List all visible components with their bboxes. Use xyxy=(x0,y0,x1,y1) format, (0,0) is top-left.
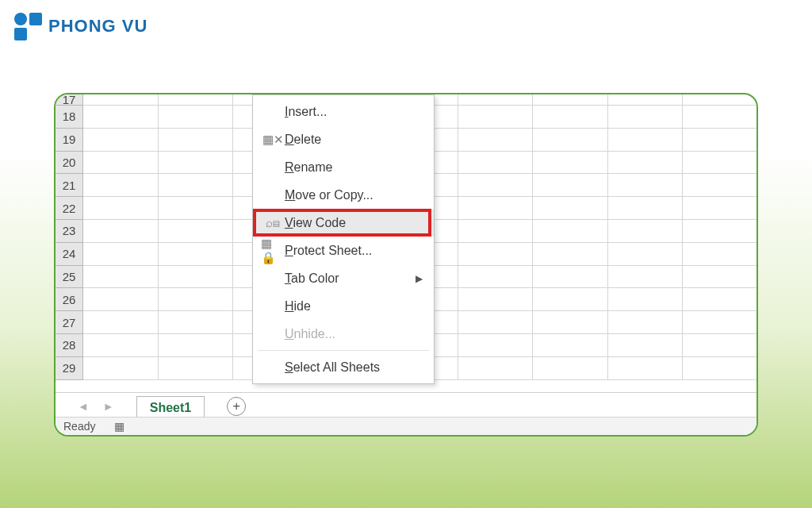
cell[interactable] xyxy=(458,197,534,220)
cell[interactable] xyxy=(608,266,684,289)
cell[interactable] xyxy=(159,152,234,175)
cell[interactable] xyxy=(83,197,159,220)
cell[interactable] xyxy=(683,197,756,220)
menu-tab-color[interactable]: Tab Color ▶ xyxy=(253,264,434,292)
menu-select-all-sheets[interactable]: Select All Sheets xyxy=(253,353,434,381)
row-header[interactable]: 17 xyxy=(56,94,83,106)
cell[interactable] xyxy=(683,334,756,357)
cell[interactable] xyxy=(159,220,234,243)
cell[interactable] xyxy=(458,174,534,197)
cell[interactable] xyxy=(458,220,534,243)
cell[interactable] xyxy=(608,243,684,266)
menu-insert[interactable]: Insert... xyxy=(253,98,434,125)
cell[interactable] xyxy=(683,311,756,334)
cell[interactable] xyxy=(159,106,234,129)
cell[interactable] xyxy=(683,243,756,266)
cell[interactable] xyxy=(608,152,684,175)
row-header[interactable]: 29 xyxy=(56,357,83,380)
cell[interactable] xyxy=(533,243,608,266)
cell[interactable] xyxy=(533,334,608,357)
menu-protect-sheet[interactable]: ▦🔒 Protect Sheet... xyxy=(253,237,434,264)
cell[interactable] xyxy=(683,129,756,152)
cell[interactable] xyxy=(159,174,234,197)
cell[interactable] xyxy=(683,266,756,289)
row-header[interactable]: 25 xyxy=(56,266,83,289)
row-header[interactable]: 26 xyxy=(56,288,83,311)
cell[interactable] xyxy=(458,357,534,380)
cell[interactable] xyxy=(83,266,159,289)
cell[interactable] xyxy=(458,288,534,311)
cell[interactable] xyxy=(608,129,684,152)
cell[interactable] xyxy=(533,106,608,129)
row-header[interactable]: 28 xyxy=(56,334,83,357)
cell[interactable] xyxy=(683,152,756,175)
menu-view-code[interactable]: ⌕▤ View Code xyxy=(253,209,434,237)
cell[interactable] xyxy=(608,106,684,129)
cell[interactable] xyxy=(608,197,684,220)
cell[interactable] xyxy=(683,94,756,106)
row-header[interactable]: 20 xyxy=(56,152,83,175)
cell[interactable] xyxy=(533,129,608,152)
row-header[interactable]: 19 xyxy=(56,129,83,152)
row-header[interactable]: 23 xyxy=(56,220,83,243)
cell[interactable] xyxy=(533,197,608,220)
cell[interactable] xyxy=(608,357,684,380)
cell[interactable] xyxy=(683,220,756,243)
cell[interactable] xyxy=(533,357,608,380)
cell[interactable] xyxy=(83,106,159,129)
cell[interactable] xyxy=(458,266,534,289)
menu-rename[interactable]: Rename xyxy=(253,153,434,181)
row-header[interactable]: 21 xyxy=(56,174,83,197)
cell[interactable] xyxy=(83,129,159,152)
cell[interactable] xyxy=(608,220,684,243)
cell[interactable] xyxy=(83,288,159,311)
cell[interactable] xyxy=(608,334,684,357)
cell[interactable] xyxy=(83,94,159,106)
cell[interactable] xyxy=(533,220,608,243)
cell[interactable] xyxy=(683,357,756,380)
cell[interactable] xyxy=(83,152,159,175)
cell[interactable] xyxy=(533,311,608,334)
macro-record-icon[interactable]: ▦ xyxy=(114,420,124,433)
cell[interactable] xyxy=(159,129,234,152)
cell[interactable] xyxy=(159,311,234,334)
cell[interactable] xyxy=(608,174,684,197)
cell[interactable] xyxy=(533,174,608,197)
cell[interactable] xyxy=(683,106,756,129)
row-header[interactable]: 24 xyxy=(56,243,83,266)
cell[interactable] xyxy=(159,94,234,106)
next-sheet-button[interactable]: ► xyxy=(103,400,114,413)
row-header[interactable]: 27 xyxy=(56,311,83,334)
cell[interactable] xyxy=(683,288,756,311)
cell[interactable] xyxy=(458,243,534,266)
cell[interactable] xyxy=(159,266,234,289)
row-header[interactable]: 22 xyxy=(56,197,83,220)
menu-move-or-copy[interactable]: Move or Copy... xyxy=(253,181,434,209)
menu-delete[interactable]: ▦✕ Delete xyxy=(253,125,434,153)
cell[interactable] xyxy=(159,243,234,266)
cell[interactable] xyxy=(159,197,234,220)
menu-hide[interactable]: Hide xyxy=(253,292,434,320)
cell[interactable] xyxy=(458,152,534,175)
cell[interactable] xyxy=(159,288,234,311)
row-header[interactable]: 18 xyxy=(56,106,83,129)
cell[interactable] xyxy=(458,334,534,357)
cell[interactable] xyxy=(608,94,684,106)
cell[interactable] xyxy=(533,94,608,106)
cell[interactable] xyxy=(159,334,234,357)
cell[interactable] xyxy=(159,357,234,380)
cell[interactable] xyxy=(683,174,756,197)
prev-sheet-button[interactable]: ◄ xyxy=(78,400,89,413)
cell[interactable] xyxy=(533,152,608,175)
cell[interactable] xyxy=(458,129,534,152)
cell[interactable] xyxy=(83,243,159,266)
cell[interactable] xyxy=(608,311,684,334)
cell[interactable] xyxy=(83,174,159,197)
add-sheet-button[interactable]: + xyxy=(227,397,246,416)
cell[interactable] xyxy=(458,106,534,129)
cell[interactable] xyxy=(83,357,159,380)
cell[interactable] xyxy=(533,266,608,289)
cell[interactable] xyxy=(83,334,159,357)
cell[interactable] xyxy=(458,311,534,334)
cell[interactable] xyxy=(83,220,159,243)
